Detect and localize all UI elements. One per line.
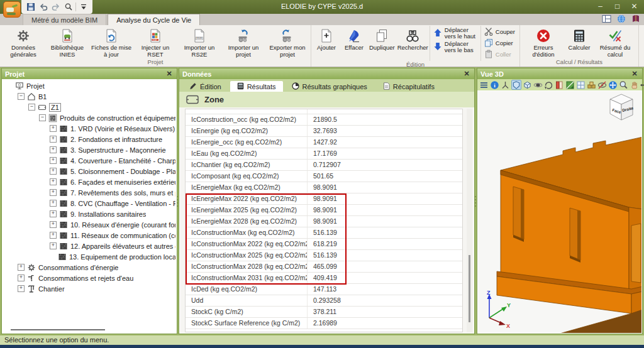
layers-icon[interactable] bbox=[479, 80, 489, 90]
app-logo-icon[interactable] bbox=[3, 1, 21, 18]
importer-un-projet-button[interactable]: Importer un projet bbox=[221, 26, 265, 58]
data-tab--dition[interactable]: Édition bbox=[182, 81, 228, 92]
tree-expander-plus[interactable]: + bbox=[50, 221, 57, 228]
tree-item[interactable]: +6. Façades et menuiseries extérieures bbox=[3, 177, 175, 187]
move-icon[interactable] bbox=[640, 80, 644, 90]
tree-expander-minus[interactable]: − bbox=[18, 93, 25, 100]
tree-expander-minus[interactable]: − bbox=[28, 104, 35, 111]
tree-item[interactable]: +8. CVC (Chauffage - Ventilation - Refro… bbox=[3, 198, 175, 209]
tree-item[interactable]: +5. Cloisonnement - Doublage - Plafonds … bbox=[3, 166, 175, 177]
tree-expander-plus[interactable]: + bbox=[18, 275, 25, 281]
tree-expander-plus[interactable]: + bbox=[50, 146, 57, 153]
couper-button[interactable]: Couper bbox=[483, 27, 516, 37]
coller-button[interactable]: Coller bbox=[483, 50, 516, 60]
r-sum-du-calcul-button[interactable]: Résumé du calcul bbox=[593, 26, 637, 58]
tree-expander-plus[interactable]: + bbox=[50, 242, 57, 249]
tree-item[interactable]: +10. Réseaux d'énergie (courant fort) bbox=[3, 219, 175, 230]
tree-item[interactable]: −Produits de construction et équipements bbox=[3, 112, 175, 123]
windows-icon[interactable] bbox=[576, 80, 586, 90]
tree-expander-plus[interactable]: + bbox=[18, 264, 25, 271]
panels-layout-icon[interactable] bbox=[602, 14, 611, 26]
tree-item[interactable]: +11. Réseaux de communication (courant f… bbox=[3, 230, 175, 241]
tree-expander-plus[interactable]: + bbox=[50, 210, 57, 217]
info-icon[interactable]: i bbox=[490, 80, 499, 90]
clip-plane-icon[interactable] bbox=[511, 80, 521, 90]
pan-hand-icon[interactable] bbox=[630, 80, 639, 90]
customize-toolbar-icon[interactable] bbox=[78, 2, 89, 13]
ajouter-button[interactable]: Ajouter bbox=[313, 26, 340, 61]
effacer-button[interactable]: Effacer bbox=[340, 26, 368, 61]
maximize-button[interactable]: □ bbox=[609, 1, 626, 13]
tree-item[interactable]: Projet bbox=[3, 80, 175, 91]
tree-horizontal-scrollbar[interactable] bbox=[6, 328, 173, 332]
view-cube[interactable]: Face Droite bbox=[607, 93, 636, 123]
tree-expander-plus[interactable]: + bbox=[50, 136, 57, 143]
tree-item[interactable]: −Z1 bbox=[3, 102, 175, 112]
close-button[interactable]: ✕ bbox=[626, 1, 643, 13]
tree-item[interactable]: +1. VRD (Voirie et Réseaux Divers) bbox=[3, 123, 175, 134]
save-icon[interactable] bbox=[25, 2, 36, 13]
tree-item[interactable]: +7. Revêtements des sols, murs et plafon… bbox=[3, 187, 175, 198]
axes-icon[interactable] bbox=[501, 80, 510, 90]
tree-item[interactable]: +9. Installations sanitaires bbox=[3, 209, 175, 219]
tree-item[interactable]: +12. Appareils élévateurs et autres équi… bbox=[3, 241, 175, 251]
tree-item[interactable]: +Chantier bbox=[3, 283, 175, 294]
g-n-rer-le-rs2e-button[interactable]: RS2EGénérer le RS2E bbox=[640, 26, 644, 58]
tree-expander-plus[interactable]: + bbox=[50, 125, 57, 132]
tree-expander-plus[interactable]: + bbox=[50, 168, 57, 175]
tree-expander-plus[interactable]: + bbox=[50, 189, 57, 196]
web-globe-icon[interactable] bbox=[617, 14, 626, 26]
tree-item[interactable]: +3. Superstructure - Maçonnerie bbox=[3, 144, 175, 155]
tree-item[interactable]: +Consommations et rejets d'eau bbox=[3, 273, 175, 283]
results-vertical-scrollbar[interactable] bbox=[467, 109, 472, 332]
ribbon-tab-0[interactable]: Métré du modèle BIM bbox=[23, 14, 106, 26]
indicator-label: IcComposant (kg eq.CO2/m2) bbox=[186, 171, 308, 182]
shaded-view-icon[interactable] bbox=[523, 80, 532, 90]
tree-expander-plus[interactable]: + bbox=[50, 178, 57, 185]
d-placer-vers-le-bas-button[interactable]: Déplacer vers le bas bbox=[432, 41, 479, 53]
close-icon[interactable]: ✕ bbox=[462, 70, 471, 78]
tree-expander-minus[interactable]: − bbox=[39, 114, 46, 121]
tree-item[interactable]: +4. Couverture - Etanchéité - Charpente … bbox=[3, 155, 175, 166]
section-icon[interactable] bbox=[555, 80, 564, 90]
injecter-un-rset-button[interactable]: RSETInjecter un RSET bbox=[133, 26, 177, 58]
redo-icon[interactable] bbox=[50, 2, 61, 13]
dupliquer-button[interactable]: Dupliquer bbox=[368, 26, 396, 61]
close-icon[interactable]: ✕ bbox=[630, 70, 639, 78]
biblioth-que-inies-button[interactable]: Bibliothèque INIES bbox=[45, 26, 89, 58]
turntable-icon[interactable] bbox=[544, 80, 553, 90]
tree-expander-plus[interactable]: + bbox=[50, 157, 57, 164]
donn-es-g-n-rales-button[interactable]: Données générales bbox=[1, 26, 45, 58]
hide-eye-icon[interactable] bbox=[597, 80, 607, 90]
zoom-window-icon[interactable] bbox=[619, 80, 628, 90]
tree-item[interactable]: +2. Fondations et infrastructure bbox=[3, 134, 175, 144]
close-icon[interactable]: ✕ bbox=[165, 70, 174, 78]
erreurs-d-dition-button[interactable]: Erreurs d'édition bbox=[521, 26, 565, 58]
tree-item[interactable]: −B1 bbox=[3, 91, 175, 102]
fiches-de-mise-jour-button[interactable]: Fiches de mise à jour bbox=[89, 26, 133, 58]
calculer-button[interactable]: Calculer bbox=[565, 26, 593, 58]
tree-expander-plus[interactable]: + bbox=[18, 285, 25, 292]
model-boxes-icon[interactable] bbox=[587, 80, 596, 90]
minimize-button[interactable]: – bbox=[592, 1, 609, 13]
tree-item[interactable]: +Consommations d'énergie bbox=[3, 262, 175, 273]
importer-un-rs2e-button[interactable]: RS2EImporter un RS2E bbox=[177, 26, 221, 58]
d-placer-vers-le-haut-button[interactable]: Déplacer vers le haut bbox=[432, 27, 479, 40]
data-tab-r-sultats-graphiques[interactable]: Résultats graphiques bbox=[285, 81, 374, 92]
search-icon[interactable] bbox=[63, 2, 74, 13]
terrain-icon[interactable] bbox=[565, 80, 575, 90]
rechercher-button[interactable]: Rechercher bbox=[396, 26, 430, 61]
tree-item[interactable]: 13. Equipement de production locale d'él… bbox=[3, 251, 175, 262]
tree-expander-plus[interactable]: + bbox=[50, 232, 57, 239]
ribbon-tab-1[interactable]: Analyse du Cycle de Vie bbox=[108, 14, 200, 26]
data-tab-r-sultats[interactable]: Résultats bbox=[230, 81, 283, 92]
tree-expander-plus[interactable]: + bbox=[50, 200, 57, 207]
zoom-extents-icon[interactable] bbox=[608, 80, 618, 90]
data-tab-r-capitulatifs[interactable]: Récapitulatifs bbox=[376, 81, 441, 92]
copier-button[interactable]: Copier bbox=[483, 38, 516, 48]
orbit-icon[interactable] bbox=[533, 80, 543, 90]
undo-icon[interactable] bbox=[38, 2, 48, 13]
help-book-icon[interactable] bbox=[631, 14, 640, 26]
exporter-mon-projet-button[interactable]: Exporter mon projet bbox=[265, 26, 309, 58]
view3d-viewport[interactable]: Face Droite Z Y X bbox=[478, 91, 641, 333]
